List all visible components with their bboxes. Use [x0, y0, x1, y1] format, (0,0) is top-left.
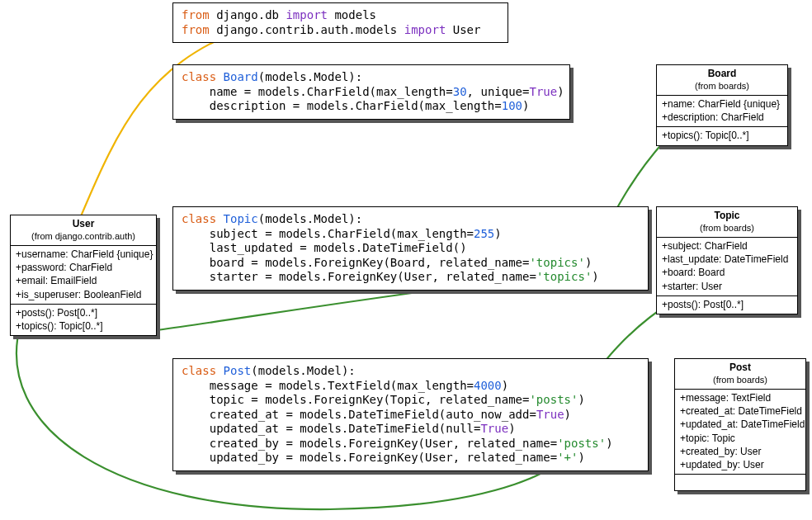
uml-attr: +created_at: DateTimeField — [680, 404, 800, 418]
import-name: models — [328, 8, 376, 21]
uml-attr: +email: EmailField — [16, 274, 151, 287]
uml-title: Topic — [662, 209, 792, 222]
class-name: Post — [216, 364, 251, 377]
code-line: ) — [578, 393, 584, 406]
uml-post: Post (from boards) +message: TextField +… — [674, 358, 806, 491]
code-line: ) — [508, 422, 515, 435]
uml-ops: +posts(): Post[0..*] — [657, 295, 797, 314]
uml-board: Board (from boards) +name: CharField {un… — [656, 64, 788, 146]
uml-title: Board — [662, 67, 782, 80]
true-literal: True — [536, 408, 564, 421]
uml-subtitle: (from django.contrib.auth) — [16, 230, 151, 243]
code-line: ) — [502, 379, 508, 392]
kw-from: from — [182, 8, 210, 21]
import-module: django.db — [210, 8, 286, 21]
uml-ops: +topics(): Topic[0..*] — [657, 126, 787, 144]
code-line: description = models.CharField(max_lengt… — [182, 99, 502, 112]
uml-subtitle: (from boards) — [662, 222, 792, 234]
uml-title: User — [16, 217, 151, 230]
import-name: User — [446, 23, 480, 36]
uml-attr: +starter: User — [662, 280, 792, 293]
code-line: last_updated = models.DateTimeField() — [182, 241, 467, 254]
code-line: ) — [564, 408, 571, 421]
class-name: Topic — [216, 212, 258, 225]
uml-attr: +description: CharField — [662, 111, 782, 124]
code-line: updated_by = models.ForeignKey(User, rel… — [182, 451, 557, 464]
true-literal: True — [529, 85, 557, 98]
kw-class: class — [182, 212, 216, 225]
code-line: ) — [557, 85, 564, 98]
uml-attrs: +message: TextField +created_at: DateTim… — [675, 390, 805, 474]
code-line: updated_at = models.DateTimeField(null= — [182, 422, 480, 435]
uml-subtitle: (from boards) — [680, 374, 800, 386]
code-line: , unique= — [467, 85, 530, 98]
uml-op: +topics(): Topic[0..*] — [662, 129, 782, 142]
code-topic: class Topic(models.Model): subject = mod… — [172, 206, 649, 291]
kw-class: class — [182, 70, 216, 83]
code-line: created_by = models.ForeignKey(User, rel… — [182, 437, 557, 450]
uml-attr: +board: Board — [662, 266, 792, 279]
code-line: ) — [585, 256, 592, 269]
code-line: ) — [494, 227, 501, 240]
true-literal: True — [480, 422, 508, 435]
code-line: ) — [578, 451, 584, 464]
uml-attr: +updated_by: User — [680, 458, 800, 471]
num-literal: 4000 — [474, 379, 502, 392]
uml-attrs: +username: CharField {unique} +password:… — [11, 246, 156, 304]
class-bases: (models.Model): — [258, 212, 362, 225]
code-line: name = models.CharField(max_length= — [182, 85, 453, 98]
num-literal: 30 — [453, 85, 467, 98]
class-bases: (models.Model): — [251, 364, 355, 377]
uml-attr: +is_superuser: BooleanField — [16, 288, 151, 301]
code-line: ) — [522, 99, 529, 112]
kw-class: class — [182, 364, 216, 377]
uml-attrs: +subject: CharField +last_update: DateTi… — [657, 238, 797, 295]
uml-ops: +posts(): Post[0..*] +topics(): Topic[0.… — [11, 304, 156, 335]
kw-from: from — [182, 23, 210, 36]
uml-topic: Topic (from boards) +subject: CharField … — [656, 206, 798, 314]
str-literal: 'topics' — [529, 256, 584, 269]
uml-title: Post — [680, 361, 800, 374]
uml-attr: +message: TextField — [680, 391, 800, 404]
code-line: topic = models.ForeignKey(Topic, related… — [182, 393, 529, 406]
code-line: subject = models.CharField(max_length= — [182, 227, 474, 240]
code-line: message = models.TextField(max_length= — [182, 379, 474, 392]
uml-attr: +updated_at: DateTimeField — [680, 418, 800, 431]
uml-attr: +last_update: DateTimeField — [662, 253, 792, 266]
num-literal: 255 — [474, 227, 494, 240]
str-literal: 'posts' — [529, 393, 578, 406]
code-line: board = models.ForeignKey(Board, related… — [182, 256, 529, 269]
str-literal: 'posts' — [557, 437, 606, 450]
class-bases: (models.Model): — [258, 70, 362, 83]
uml-attrs: +name: CharField {unique} +description: … — [657, 96, 787, 126]
str-literal: '+' — [557, 451, 578, 464]
code-line: ) — [606, 437, 612, 450]
kw-import: import — [286, 8, 328, 21]
uml-ops-empty — [675, 474, 805, 490]
uml-op: +posts(): Post[0..*] — [16, 306, 151, 319]
num-literal: 100 — [502, 99, 522, 112]
uml-attr: +name: CharField {unique} — [662, 97, 782, 111]
code-line: ) — [592, 270, 598, 283]
uml-attr: +username: CharField {unique} — [16, 248, 151, 261]
kw-import: import — [404, 23, 446, 36]
import-module: django.contrib.auth.models — [210, 23, 404, 36]
uml-attr: +subject: CharField — [662, 239, 792, 253]
class-name: Board — [216, 70, 258, 83]
uml-subtitle: (from boards) — [662, 80, 782, 92]
code-board: class Board(models.Model): name = models… — [172, 64, 570, 120]
uml-op: +posts(): Post[0..*] — [662, 298, 792, 311]
code-line: created_at = models.DateTimeField(auto_n… — [182, 408, 536, 421]
uml-op: +topics(): Topic[0..*] — [16, 319, 151, 333]
connector-yellow-to-user — [81, 31, 239, 216]
code-post: class Post(models.Model): message = mode… — [172, 358, 649, 471]
uml-attr: +topic: Topic — [680, 432, 800, 445]
code-imports: from django.db import models from django… — [172, 2, 508, 43]
uml-attr: +password: CharField — [16, 261, 151, 274]
code-line: starter = models.ForeignKey(User, relate… — [182, 270, 536, 283]
uml-user: User (from django.contrib.auth) +usernam… — [10, 215, 157, 336]
uml-attr: +created_by: User — [680, 445, 800, 458]
str-literal: 'topics' — [536, 270, 592, 283]
